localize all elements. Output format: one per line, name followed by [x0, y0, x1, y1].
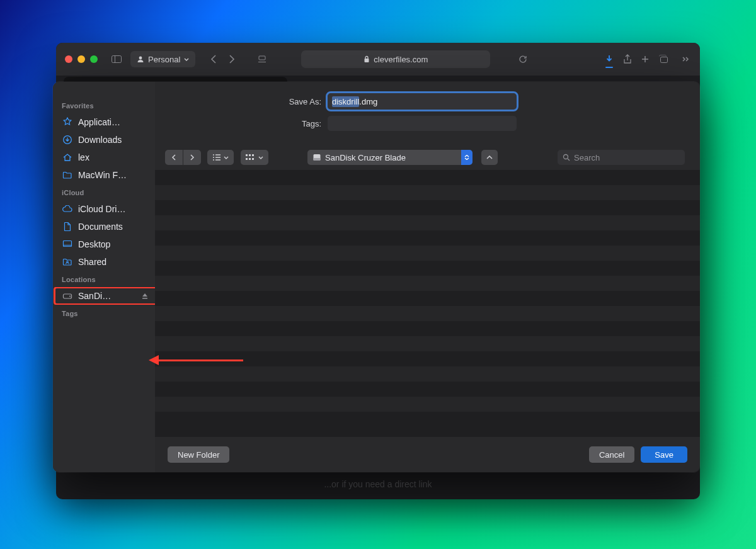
sidebar-item-label: lex	[78, 152, 149, 162]
list-row	[155, 336, 700, 351]
search-placeholder: Search	[574, 153, 600, 162]
share-button[interactable]	[623, 54, 632, 64]
list-row	[155, 276, 700, 291]
list-row	[155, 215, 700, 230]
list-row	[155, 306, 700, 321]
location-selected-text: SanDisk Cruzer Blade	[325, 153, 461, 162]
website-settings-button[interactable]	[253, 52, 271, 67]
dialog-main: Save As: diskdrill.dmg Tags:	[155, 82, 700, 472]
svg-point-22	[564, 155, 568, 159]
close-window-button[interactable]	[65, 55, 72, 63]
new-tab-button[interactable]	[641, 55, 650, 64]
list-row	[155, 351, 700, 366]
sidebar-toggle-button[interactable]	[108, 52, 125, 67]
sidebar-item-label: Desktop	[78, 239, 149, 249]
sidebar-item-desktop[interactable]: Desktop	[53, 235, 155, 253]
eject-button[interactable]	[141, 292, 149, 300]
save-as-label: Save As:	[170, 97, 328, 106]
svg-rect-19	[252, 158, 254, 160]
search-icon	[563, 154, 570, 161]
forward-button[interactable]	[223, 52, 241, 67]
svg-rect-5	[365, 59, 369, 62]
svg-rect-14	[246, 154, 248, 156]
sidebar-item-label: Applicati…	[78, 117, 149, 127]
chevron-down-icon	[224, 156, 229, 159]
sidebar-item-label: iCloud Dri…	[78, 204, 149, 214]
tabs-icon	[658, 55, 668, 64]
save-label: Save	[655, 450, 673, 460]
list-row	[155, 185, 700, 200]
group-by-button[interactable]	[241, 150, 268, 165]
list-row	[155, 382, 700, 397]
sidebar-item-downloads[interactable]: Downloads	[53, 131, 155, 149]
sidebar-item-label: Downloads	[78, 135, 149, 145]
tab-overview-button[interactable]	[658, 55, 668, 64]
address-bar[interactable]: cleverfiles.com	[301, 50, 490, 68]
browser-toolbar: SanDisk Cruzer Blade Search	[155, 145, 700, 170]
chevron-up-icon	[486, 156, 493, 159]
location-dropdown[interactable]: SanDisk Cruzer Blade	[307, 150, 472, 165]
list-row	[155, 366, 700, 382]
svg-rect-13	[142, 298, 147, 299]
cancel-button[interactable]: Cancel	[589, 446, 634, 463]
back-button[interactable]	[204, 52, 222, 67]
collapse-dialog-button[interactable]	[481, 150, 498, 165]
sidebar-item-applications[interactable]: Applicati…	[53, 113, 155, 131]
list-row	[155, 291, 700, 306]
fullscreen-window-button[interactable]	[90, 55, 98, 63]
cloud-icon	[62, 205, 73, 213]
sidebar-item-shared[interactable]: Shared	[53, 253, 155, 271]
sidebar-item-sandisk[interactable]: SanDi…	[53, 287, 155, 305]
overflow-button[interactable]	[682, 57, 691, 62]
sidebar-item-label: Documents	[78, 222, 149, 232]
chevron-down-icon	[258, 156, 263, 159]
save-dialog: Favorites Applicati… Downloads lex MacWi…	[53, 82, 700, 472]
view-mode-list-button[interactable]	[207, 150, 234, 165]
sidebar-item-macwin[interactable]: MacWin F…	[53, 166, 155, 184]
sidebar-item-documents[interactable]: Documents	[53, 218, 155, 235]
grid-icon	[246, 154, 256, 161]
save-as-input[interactable]: diskdrill.dmg	[328, 93, 517, 110]
person-icon	[137, 55, 144, 63]
svg-rect-18	[249, 158, 251, 160]
svg-rect-6	[661, 57, 668, 63]
reload-button[interactable]	[514, 52, 532, 67]
downloads-button[interactable]	[604, 54, 614, 64]
sidebar-item-home[interactable]: lex	[53, 149, 155, 166]
chevron-double-right-icon	[682, 57, 691, 62]
new-folder-label: New Folder	[178, 450, 219, 460]
download-icon	[604, 54, 614, 64]
list-row	[155, 230, 700, 246]
history-back-button[interactable]	[165, 150, 183, 165]
svg-rect-17	[246, 158, 248, 160]
list-icon	[212, 154, 221, 161]
save-button[interactable]: Save	[641, 446, 687, 463]
plus-icon	[641, 55, 650, 64]
tags-input[interactable]	[328, 116, 517, 131]
filename-selected-text: diskdrill	[332, 96, 359, 107]
list-row	[155, 170, 700, 185]
sidebar-item-icloud-drive[interactable]: iCloud Dri…	[53, 200, 155, 218]
file-list[interactable]	[155, 170, 700, 437]
svg-rect-8	[64, 241, 72, 247]
filename-extension: .dmg	[359, 97, 377, 106]
external-disk-icon	[62, 292, 73, 300]
lock-icon	[364, 55, 370, 63]
window-traffic-lights	[65, 55, 98, 63]
sidebar-item-label: MacWin F…	[78, 170, 149, 180]
house-icon	[62, 152, 73, 162]
sidebar-section-tags: Tags	[53, 305, 155, 321]
list-row	[155, 200, 700, 215]
svg-rect-21	[314, 158, 321, 161]
search-input[interactable]: Search	[558, 150, 685, 165]
profile-label: Personal	[148, 55, 180, 64]
disk-icon	[312, 153, 321, 162]
chevron-down-icon	[184, 58, 189, 61]
dropdown-stepper	[461, 150, 472, 165]
new-folder-button[interactable]: New Folder	[168, 446, 229, 463]
svg-rect-15	[249, 154, 251, 156]
history-forward-button[interactable]	[183, 150, 201, 165]
profile-selector[interactable]: Personal	[130, 51, 195, 67]
downloads-icon	[62, 135, 73, 145]
minimize-window-button[interactable]	[77, 55, 85, 63]
